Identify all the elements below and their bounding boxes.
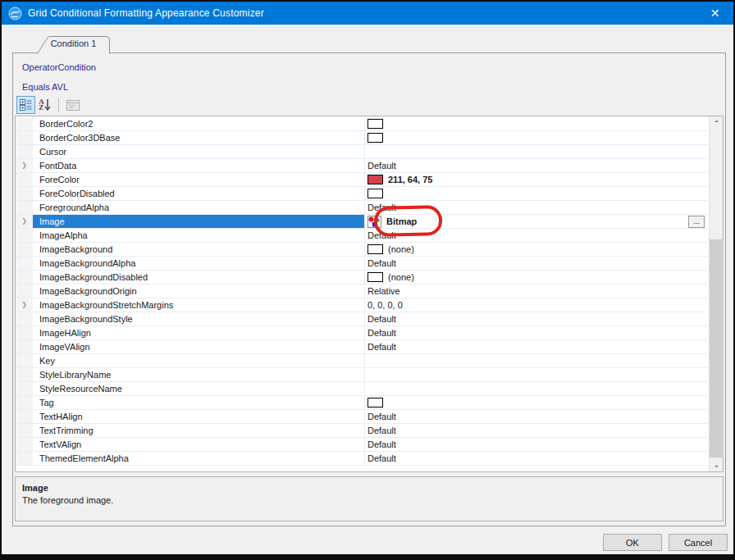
property-name[interactable]: Tag (33, 396, 365, 409)
grid-row[interactable]: ImageHAlignDefault (16, 326, 708, 340)
property-value[interactable] (365, 396, 708, 409)
ok-button[interactable]: OK (603, 534, 662, 551)
grid-row[interactable]: TextVAlignDefault (16, 438, 708, 452)
expander-icon[interactable]: ❯ (21, 162, 27, 169)
grid-row[interactable]: Key (16, 354, 708, 368)
property-name[interactable]: ForeColor (33, 173, 365, 186)
grid-row[interactable]: Tag (16, 396, 708, 410)
description-text: The foreground image. (22, 495, 723, 505)
property-value[interactable]: Default (365, 326, 708, 339)
property-value[interactable]: Default (365, 340, 708, 353)
property-value[interactable] (365, 131, 708, 144)
property-value[interactable]: 0, 0, 0, 0 (365, 298, 708, 312)
property-value-text: Default (368, 424, 396, 437)
grid-row[interactable]: ImageBackgroundAlphaDefault (16, 257, 708, 271)
property-value[interactable]: Default (365, 438, 708, 451)
description-pane: Image The foreground image. (15, 476, 724, 521)
property-name[interactable]: ImageBackgroundAlpha (33, 257, 365, 270)
property-name[interactable]: ImageBackground (33, 243, 365, 256)
property-name[interactable]: BorderColor3DBase (33, 131, 365, 144)
property-value[interactable]: Default (365, 452, 708, 465)
property-value[interactable]: Default (365, 229, 708, 242)
property-name[interactable]: TextHAlign (33, 410, 365, 423)
grid-row[interactable]: ImageBackgroundOriginRelative (16, 285, 708, 298)
expander-icon[interactable]: ❯ (21, 218, 27, 225)
property-value[interactable]: Default (365, 159, 708, 172)
property-name[interactable]: FontData (33, 159, 365, 172)
property-name[interactable]: Cursor (33, 145, 365, 158)
property-value-text: Relative (368, 285, 400, 298)
grid-row[interactable]: ImageBackgroundDisabled(none) (16, 271, 708, 285)
grid-row[interactable]: ForeColor211, 64, 75 (16, 173, 708, 187)
property-value[interactable]: Default (365, 424, 708, 437)
property-value[interactable] (365, 354, 708, 367)
expander-icon[interactable]: ❯ (21, 302, 27, 308)
property-name[interactable]: ImageBackgroundOrigin (33, 285, 365, 298)
property-value[interactable] (365, 368, 708, 381)
grid-row[interactable]: BorderColor2 (16, 117, 708, 131)
property-value[interactable]: Default (365, 410, 708, 423)
vertical-scrollbar[interactable]: ⌃ ⌄ (709, 116, 723, 471)
property-name[interactable]: StyleResourceName (33, 382, 365, 395)
property-value[interactable] (365, 117, 708, 130)
grid-row[interactable]: TextHAlignDefault (16, 410, 708, 424)
grid-row[interactable]: ForeColorDisabled (16, 187, 708, 201)
grid-row[interactable]: ThemedElementAlphaDefault (16, 452, 708, 466)
tab-condition-1[interactable]: Condition 1 (37, 36, 110, 53)
property-value[interactable]: 211, 64, 75 (365, 173, 708, 186)
property-value[interactable]: Default (365, 201, 708, 214)
close-icon[interactable]: ✕ (696, 2, 733, 25)
grid-row[interactable]: BorderColor3DBase (16, 131, 708, 145)
property-value[interactable] (365, 187, 708, 200)
color-swatch-icon (368, 133, 383, 143)
scroll-down-icon[interactable]: ⌄ (710, 458, 724, 471)
property-value[interactable]: Relative (365, 285, 708, 298)
property-value[interactable] (365, 145, 708, 158)
categorized-icon (20, 99, 32, 111)
property-name[interactable]: ImageBackgroundDisabled (33, 271, 365, 284)
grid-row[interactable]: ImageVAlignDefault (16, 340, 708, 354)
property-name[interactable]: ImageHAlign (33, 326, 365, 339)
color-swatch-icon (368, 175, 383, 184)
grid-row[interactable]: ImageAlphaDefault (16, 229, 708, 243)
property-name[interactable]: ThemedElementAlpha (33, 452, 365, 465)
cancel-button[interactable]: Cancel (669, 534, 728, 551)
grid-row[interactable]: StyleLibraryName (16, 368, 708, 382)
sort-alphabetical-button[interactable]: AZ (35, 96, 54, 114)
grid-row[interactable]: TextTrimmingDefault (16, 424, 708, 438)
grid-row[interactable]: ❯ImageBitmap... (16, 215, 708, 229)
property-value[interactable] (365, 382, 708, 395)
scrollbar-thumb[interactable] (710, 239, 724, 458)
property-name[interactable]: BorderColor2 (33, 117, 365, 130)
property-value[interactable]: (none) (365, 243, 708, 256)
property-name[interactable]: ImageBackgroundStyle (33, 312, 365, 326)
categorized-view-button[interactable] (16, 96, 35, 114)
property-name[interactable]: StyleLibraryName (33, 368, 365, 381)
property-name[interactable]: ForegroundAlpha (33, 201, 365, 214)
scroll-up-icon[interactable]: ⌃ (710, 116, 724, 130)
grid-row[interactable]: ❯ImageBackgroundStretchMargins0, 0, 0, 0 (16, 298, 708, 312)
grid-row[interactable]: ❯FontDataDefault (16, 159, 708, 173)
property-name[interactable]: Image (33, 215, 365, 228)
grid-row[interactable]: ForegroundAlphaDefault (16, 201, 708, 215)
property-value[interactable]: Default (365, 257, 708, 270)
app-icon (8, 7, 22, 20)
property-name[interactable]: TextTrimming (33, 424, 365, 437)
property-name[interactable]: ForeColorDisabled (33, 187, 365, 200)
property-value[interactable]: (none) (365, 271, 708, 284)
property-name[interactable]: TextVAlign (33, 438, 365, 451)
grid-row[interactable]: ImageBackground(none) (16, 243, 708, 257)
property-value[interactable]: Bitmap... (365, 215, 708, 228)
property-value[interactable]: Default (365, 312, 708, 326)
grid-row[interactable]: StyleResourceName (16, 382, 708, 396)
property-name[interactable]: ImageAlpha (33, 229, 365, 242)
grid-row[interactable]: ImageBackgroundStyleDefault (16, 312, 708, 326)
property-name[interactable]: Key (33, 354, 365, 367)
grid-row[interactable]: Cursor (16, 145, 708, 159)
property-name[interactable]: ImageVAlign (33, 340, 365, 353)
property-name[interactable]: ImageBackgroundStretchMargins (33, 298, 365, 312)
row-outline-margin (16, 257, 33, 270)
property-value-text: Default (368, 410, 396, 423)
sort-az-icon: AZ (39, 99, 51, 112)
ellipsis-editor-button[interactable]: ... (688, 216, 705, 228)
